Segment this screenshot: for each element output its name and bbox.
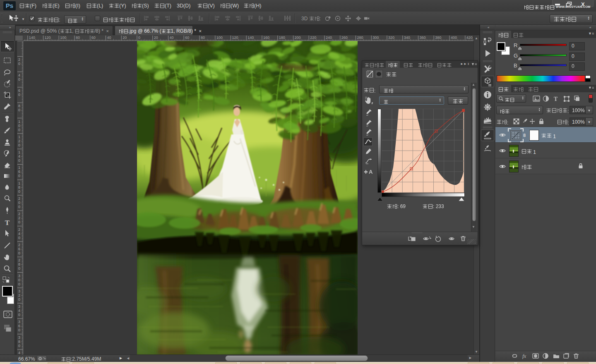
svg-text:0: 0 — [138, 36, 140, 40]
svg-text:2: 2 — [18, 293, 20, 297]
svg-text:8: 8 — [18, 262, 20, 266]
svg-text:3: 3 — [18, 335, 20, 340]
svg-text:320: 320 — [388, 36, 394, 40]
svg-text:0: 0 — [18, 201, 20, 205]
svg-text:0: 0 — [18, 328, 20, 332]
svg-text:0: 0 — [18, 158, 20, 163]
svg-text:0: 0 — [18, 266, 20, 271]
svg-text:2: 2 — [18, 243, 20, 247]
svg-text:300: 300 — [372, 36, 379, 40]
svg-text:20: 20 — [123, 36, 127, 40]
svg-text:100: 100 — [216, 36, 223, 40]
svg-text:1: 1 — [18, 181, 20, 185]
svg-text:0: 0 — [18, 174, 20, 178]
svg-text:40: 40 — [107, 36, 111, 40]
svg-text:6: 6 — [18, 170, 20, 174]
svg-text:6: 6 — [18, 324, 20, 328]
svg-text:0: 0 — [18, 236, 20, 240]
svg-text:0: 0 — [18, 313, 20, 317]
svg-text:0: 0 — [18, 282, 20, 286]
svg-text:4: 4 — [18, 309, 20, 313]
svg-text:80: 80 — [76, 36, 80, 40]
svg-text:4: 4 — [18, 73, 20, 77]
svg-text:6: 6 — [18, 89, 20, 93]
svg-text:T: T — [5, 219, 10, 227]
svg-text:3: 3 — [18, 320, 20, 324]
svg-text:A: A — [369, 169, 373, 175]
svg-text:6: 6 — [18, 247, 20, 251]
svg-text:180: 180 — [279, 36, 285, 40]
svg-text:4: 4 — [18, 154, 20, 158]
svg-text:240: 240 — [326, 36, 332, 40]
svg-text:0: 0 — [18, 128, 20, 132]
svg-text:1: 1 — [18, 120, 20, 124]
svg-text:0: 0 — [18, 77, 20, 81]
svg-text:400: 400 — [451, 36, 457, 40]
svg-text:4: 4 — [18, 232, 20, 236]
svg-text:2: 2 — [18, 57, 20, 62]
svg-text:20: 20 — [154, 36, 158, 40]
svg-text:0: 0 — [18, 62, 20, 66]
svg-text:160: 160 — [263, 36, 269, 40]
svg-text:80: 80 — [201, 36, 205, 40]
svg-text:0: 0 — [18, 93, 20, 97]
svg-text:140: 140 — [29, 36, 35, 40]
svg-text:8: 8 — [18, 104, 20, 108]
svg-text:2: 2 — [18, 139, 20, 143]
svg-text:2: 2 — [18, 258, 20, 262]
svg-text:360: 360 — [420, 36, 426, 40]
svg-text:2: 2 — [18, 228, 20, 232]
svg-text:140: 140 — [248, 36, 254, 40]
svg-text:260: 260 — [341, 36, 348, 40]
svg-text:1: 1 — [18, 165, 20, 170]
svg-text:8: 8 — [18, 340, 20, 344]
svg-text:120: 120 — [45, 36, 51, 40]
svg-text:3: 3 — [18, 274, 20, 278]
svg-text:0: 0 — [18, 189, 20, 194]
svg-text:280: 280 — [357, 36, 363, 40]
svg-text:3: 3 — [18, 289, 20, 293]
svg-text:420: 420 — [466, 36, 473, 40]
svg-text:0: 0 — [18, 297, 20, 302]
svg-text:0: 0 — [18, 344, 20, 348]
svg-text:2: 2 — [18, 212, 20, 216]
svg-text:0: 0 — [18, 108, 20, 112]
svg-text:100: 100 — [60, 36, 66, 40]
svg-text:fx: fx — [522, 353, 526, 359]
svg-text:0: 0 — [18, 251, 20, 255]
svg-text:1: 1 — [18, 150, 20, 154]
svg-text:380: 380 — [435, 36, 441, 40]
svg-text:340: 340 — [404, 36, 410, 40]
svg-text:40: 40 — [170, 36, 174, 40]
svg-text:2: 2 — [18, 216, 20, 220]
svg-text:220: 220 — [310, 36, 316, 40]
svg-text:60: 60 — [91, 36, 96, 40]
svg-text:2: 2 — [18, 196, 20, 201]
svg-text:1: 1 — [18, 135, 20, 139]
svg-text:8: 8 — [18, 185, 20, 189]
svg-text:0: 0 — [18, 220, 20, 224]
svg-text:4: 4 — [18, 351, 20, 354]
svg-text:200: 200 — [295, 36, 301, 40]
svg-text:0: 0 — [18, 143, 20, 147]
svg-text:0: 0 — [18, 205, 20, 209]
svg-text:0: 0 — [18, 278, 20, 282]
svg-text:T: T — [554, 96, 558, 102]
svg-text:120: 120 — [232, 36, 238, 40]
svg-text:3: 3 — [18, 304, 20, 309]
svg-text:60: 60 — [185, 36, 189, 40]
svg-text:0: 0 — [18, 124, 20, 128]
